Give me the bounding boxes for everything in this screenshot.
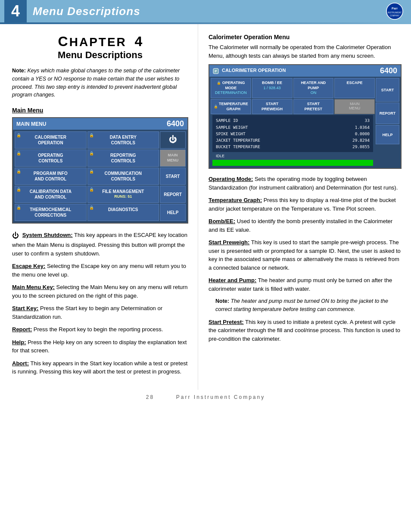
data-row-spike-weight: SPIKE WEIGHT 0.0000 [216,131,370,137]
chapter-number: 4 [11,2,20,20]
cal-data-area: SAMPLE ID 33 SAMPLE WEIGHT 1.0364 SPIKE … [212,115,373,152]
page-content: CHAPTER 4 Menu Descriptions Note: Keys w… [0,24,411,390]
escape-key-para: Escape Key: Selecting the Escape key on … [12,262,188,279]
bucket-temp-label: BUCKET TEMPERATURE [216,143,260,150]
report-label: Report: [12,326,32,333]
operating-controls-btn[interactable]: 🔒OPERATINGCONTROLS [15,149,87,167]
system-shutdown-para: ⏻ System Shutdown: This key appears in t… [12,230,188,258]
main-menu-side-btns: ⏻ MAINMENU START REPORT HELP [160,131,186,221]
power-btn[interactable]: ⏻ [160,131,186,149]
help-label: Help: [12,339,26,345]
main-menu-title: MAIN MENU [16,121,46,127]
help-text: Press the Help key on any screen to disp… [12,339,187,354]
cal-side-btns: START REPORT HELP [376,78,399,167]
cal-report-btn[interactable]: REPORT [376,103,399,124]
cal-model: 6400 [380,66,397,75]
company-name: Parr Instrument Company [176,394,265,400]
cal-green-bar [212,160,373,166]
sample-weight-value: 1.0364 [355,124,370,131]
note-block: Note: Keys which make global changes to … [12,67,188,99]
main-menu-heading: Main Menu [12,107,188,114]
page-number: 28 [146,394,154,400]
temp-graph-desc: Temperature Graph: Press this key to dis… [209,196,402,213]
start-key-label: Start Key: [12,305,38,311]
thermochemical-btn[interactable]: 🔒THERMOCHEMICALCORRECTIONS [15,204,87,221]
escape-key-label: Escape Key: [12,263,45,269]
start-pretest-desc: Start Pretest: This key is used to initi… [209,318,402,343]
heater-pump-btn[interactable]: HEATER ANDPUMP On [293,78,334,98]
operating-mode-btn[interactable]: 🔒 OPERATINGMODE Determination [211,78,251,98]
svg-text:Parr: Parr [392,7,398,10]
cal-start-btn[interactable]: START [376,78,399,102]
start-key-para: Start Key: Press the Start key to begin … [12,304,188,321]
calibration-data-btn[interactable]: 🔒CALIBRATION DATAAND CONTROL [15,186,87,203]
sample-weight-label: SAMPLE WEIGHT [216,124,248,131]
main-menu-side-btn[interactable]: MAINMENU [160,149,186,167]
svg-text:COMPANY: COMPANY [390,15,399,17]
start-side-btn[interactable]: START [160,168,186,185]
chapter-heading: CHAPTER 4 Menu Descriptions [12,34,188,61]
main-menu-model: 6400 [167,119,184,128]
op-mode-label: Operating Mode: [209,176,253,182]
bomb-ee-desc: Bomb/EE: Used to identify the bomb prese… [209,217,402,234]
abort-para: Abort: This key appears in the Start key… [12,359,188,376]
report-side-btn[interactable]: REPORT [160,186,186,203]
main-menu-title-bar: MAIN MENU 6400 [13,118,187,130]
chapter-label: CHAPTER 4 [12,34,188,50]
data-row-bucket-temp: BUCKET TEMPERATURE 29.0855 [216,143,370,150]
cal-title: CALORIMETER OPERATION [222,68,286,73]
calorimeter-op-btn[interactable]: 🔒CALORIMETEROPERATION [15,131,87,149]
note-label: Note: [12,68,26,74]
cal-help-btn[interactable]: HELP [376,125,399,144]
parr-logo: Parr INSTRUMENT COMPANY [385,3,404,20]
heater-pump-label: Heater and Pump: [209,277,256,283]
main-menu-key-para: Main Menu Key: Selecting the Main Menu k… [12,283,188,300]
program-info-btn[interactable]: 🔒PROGRAM INFOAND CONTROL [15,168,87,185]
data-row-jacket-temp: JACKET TEMPERATURE 29.8294 [216,137,370,143]
data-row-sample-id: SAMPLE ID 33 [216,117,370,124]
chapter-subtitle: Menu Descriptions [12,50,188,61]
data-row-sample-weight: SAMPLE WEIGHT 1.0364 [216,124,370,131]
spike-weight-label: SPIKE WEIGHT [216,131,246,137]
op-mode-desc: Operating Mode: Sets the operating mode … [209,175,402,192]
bomb-ee-text: Used to identify the bomb presently inst… [209,218,392,233]
page-footer: 28 Parr Instrument Company [0,390,411,404]
help-side-btn[interactable]: HELP [160,204,186,221]
data-entry-btn[interactable]: 🔒DATA ENTRYCONTROLS [87,131,159,149]
communication-btn[interactable]: 🔒COMMUNICATIONCONTROLS [87,168,159,185]
main-menu-sm-btn[interactable]: MAINMENU [334,99,375,114]
sample-id-label: SAMPLE ID [216,117,238,124]
temp-graph-btn[interactable]: 🔒TEMPERATUREGRAPH [211,99,251,114]
heater-note-label: Note: [215,298,229,304]
abort-text: This key appears in the Start key locati… [12,360,187,375]
header-title: Menu Descriptions [33,5,140,18]
main-menu-key-label: Main Menu Key: [12,284,55,290]
cal-title-bar: P CALORIMETER OPERATION 6400 [209,65,401,77]
cal-op-screen: P CALORIMETER OPERATION 6400 🔒 OPERATING… [209,64,402,169]
escape-btn[interactable]: ESCAPE [334,78,375,98]
right-column: Calorimeter Operation Menu The Calorimet… [198,24,411,390]
jacket-temp-value: 29.8294 [352,137,370,143]
heater-pump-desc: Heater and Pump: The heater and pump mus… [209,276,402,293]
note-text: Keys which make global changes to the se… [12,68,180,98]
report-para: Report: Press the Report key to begin th… [12,325,188,334]
report-text: Press the Report key to begin the report… [34,326,163,333]
reporting-controls-btn[interactable]: 🔒REPORTINGCONTROLS [87,149,159,167]
start-pretest-btn[interactable]: STARTPRETEST [293,99,334,114]
cal-op-intro: The Calorimeter will normally be operate… [209,43,402,60]
temp-graph-label: Temperature Graph: [209,197,262,203]
bucket-temp-value: 29.0855 [352,143,370,150]
cal-status: IDLE [212,153,373,159]
cal-op-heading: Calorimeter Operation Menu [209,34,402,40]
abort-label: Abort: [12,360,29,367]
bomb-ee-btn[interactable]: BOMB / EE 1 / 928.43 [252,78,293,98]
diagnostics-btn[interactable]: 🔒DIAGNOSTICS [87,204,159,221]
start-preweigh-btn[interactable]: STARTPREWEIGH [252,99,293,114]
chapter-number-box: 4 [4,0,27,22]
heater-note: Note: The heater and pump must be turned… [215,297,402,314]
sample-id-value: 33 [365,117,370,124]
start-preweigh-label: Start Preweigh: [209,239,249,246]
system-shutdown-label: System Shutdown: [22,232,73,238]
file-management-btn[interactable]: 🔒FILE MANAGEMENT Runs: 51 [87,186,159,203]
jacket-temp-label: JACKET TEMPERATURE [216,137,260,143]
